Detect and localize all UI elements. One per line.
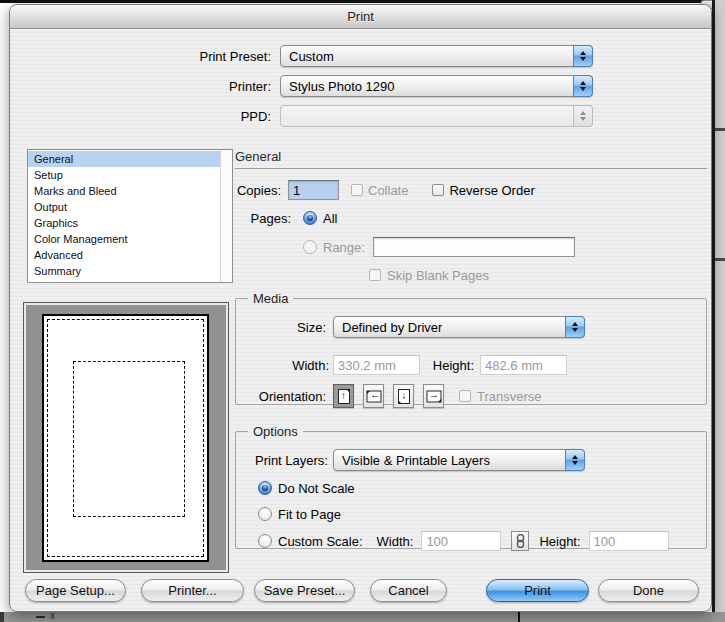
copies-row: Copies: Collate Reverse Order <box>235 179 707 201</box>
print-preset-row: Print Preset: Custom <box>10 45 711 67</box>
custom-width-input <box>421 531 501 551</box>
background-notch <box>0 612 4 622</box>
list-scrollbar[interactable] <box>220 150 232 282</box>
orientation-landscape-left-button[interactable]: ↑ <box>363 384 384 408</box>
options-group: Options Print Layers: Visible & Printabl… <box>235 424 707 549</box>
orientation-landscape-right-button[interactable]: ↑ <box>423 384 444 408</box>
sidebar-item-marks-and-bleed[interactable]: Marks and Bleed <box>28 183 220 199</box>
media-group: Media Size: Defined by Driver Width: Hei… <box>235 291 707 405</box>
skip-blank-pages-checkbox <box>369 269 381 281</box>
page-down-icon: ↑ <box>398 389 410 404</box>
background-document-strip: x <box>0 612 725 622</box>
transverse-checkbox <box>459 390 471 402</box>
orientation-label: Orientation: <box>236 389 333 404</box>
printer-row: Printer: Stylus Photo 1290 <box>10 75 711 97</box>
pages-range-radio <box>303 240 317 254</box>
media-height-input <box>480 355 567 375</box>
printer-value: Stylus Photo 1290 <box>281 79 395 94</box>
preview-document-rect <box>73 361 185 517</box>
size-popup[interactable]: Defined by Driver <box>333 316 585 338</box>
dialog-footer: Page Setup... Printer... Save Preset... … <box>10 579 713 605</box>
popup-stepper-icon <box>565 449 585 471</box>
sidebar-item-advanced[interactable]: Advanced <box>28 247 220 263</box>
page-left-icon: ↑ <box>366 390 381 402</box>
do-not-scale-radio[interactable] <box>258 481 272 495</box>
pages-all-label: All <box>323 211 337 226</box>
custom-height-input <box>589 531 669 551</box>
orientation-portrait-button[interactable]: ↑ <box>333 384 354 408</box>
media-group-title: Media <box>248 291 293 306</box>
ppd-row: PPD: <box>10 105 711 127</box>
media-width-label: Width: <box>236 358 333 373</box>
print-layers-row: Print Layers: Visible & Printable Layers <box>236 449 706 471</box>
custom-scale-row: Custom Scale: Width: Height: <box>236 530 706 552</box>
ppd-label: PPD: <box>10 109 280 124</box>
print-preset-value: Custom <box>281 49 334 64</box>
copies-label: Copies: <box>235 183 281 198</box>
media-size-row: Size: Defined by Driver <box>236 316 706 338</box>
fit-to-page-row: Fit to Page <box>236 505 706 523</box>
skip-blank-row: Skip Blank Pages <box>235 267 707 283</box>
pages-label: Pages: <box>235 211 291 226</box>
printer-popup[interactable]: Stylus Photo 1290 <box>280 75 593 97</box>
transverse-label: Transverse <box>477 389 542 404</box>
page-right-icon: ↑ <box>426 390 441 402</box>
range-row: Range: <box>235 236 707 258</box>
popup-stepper-icon <box>573 45 593 67</box>
fit-to-page-label: Fit to Page <box>278 507 341 522</box>
page-up-icon: ↑ <box>338 389 350 404</box>
printer-label: Printer: <box>10 79 280 94</box>
page-preview <box>23 302 229 573</box>
palette-divider <box>715 258 725 261</box>
size-value: Defined by Driver <box>334 320 442 335</box>
printer-button[interactable]: Printer... <box>141 579 244 602</box>
collate-checkbox <box>351 184 363 196</box>
skip-blank-pages-label: Skip Blank Pages <box>387 268 489 283</box>
sidebar-item-setup[interactable]: Setup <box>28 167 220 183</box>
media-width-input <box>333 355 420 375</box>
orientation-row: Orientation: ↑ ↑ ↑ ↑ Transverse <box>236 385 706 407</box>
copies-input[interactable] <box>288 180 339 200</box>
reverse-order-label: Reverse Order <box>449 183 534 198</box>
preset-form: Print Preset: Custom Printer: Stylus Pho… <box>10 45 711 135</box>
media-height-label: Height: <box>424 358 480 373</box>
options-group-title: Options <box>248 424 303 439</box>
cancel-button[interactable]: Cancel <box>370 579 447 602</box>
pages-all-radio[interactable] <box>303 211 317 225</box>
sidebar-item-graphics[interactable]: Graphics <box>28 215 220 231</box>
print-dialog: Print Print Preset: Custom Printer: Styl… <box>9 4 712 612</box>
chain-link-icon <box>516 534 525 548</box>
popup-stepper-icon <box>573 75 593 97</box>
save-preset-button[interactable]: Save Preset... <box>254 579 355 602</box>
do-not-scale-row: Do Not Scale <box>236 479 706 497</box>
custom-scale-radio[interactable] <box>258 534 272 548</box>
screen: x Print Print Preset: Custom Printer: St… <box>0 0 725 622</box>
print-preset-popup[interactable]: Custom <box>280 45 593 67</box>
page-setup-button[interactable]: Page Setup... <box>25 579 126 602</box>
range-input[interactable] <box>373 237 575 257</box>
sidebar-item-general[interactable]: General <box>28 151 220 167</box>
dialog-title: Print <box>347 9 374 24</box>
dialog-titlebar[interactable]: Print <box>10 5 711 29</box>
fit-to-page-radio[interactable] <box>258 507 272 521</box>
general-panel: General Copies: Collate Reverse Order Pa… <box>235 149 707 283</box>
panel-divider <box>235 168 707 169</box>
print-layers-value: Visible & Printable Layers <box>334 453 490 468</box>
done-button[interactable]: Done <box>598 579 699 602</box>
sidebar-item-color-management[interactable]: Color Management <box>28 231 220 247</box>
orientation-portrait-reverse-button[interactable]: ↑ <box>393 384 414 408</box>
palette-divider <box>715 128 725 131</box>
panel-title: General <box>235 149 707 164</box>
print-button[interactable]: Print <box>486 579 589 602</box>
popup-stepper-icon <box>573 105 593 127</box>
print-layers-popup[interactable]: Visible & Printable Layers <box>333 449 585 471</box>
background-dash-mark <box>36 616 45 618</box>
background-window-edge <box>0 0 712 3</box>
preview-paper <box>42 314 209 562</box>
sidebar-item-summary[interactable]: Summary <box>28 263 220 279</box>
constrain-proportions-button[interactable] <box>511 531 529 551</box>
popup-stepper-icon <box>565 316 585 338</box>
reverse-order-checkbox[interactable] <box>432 184 444 196</box>
print-preset-label: Print Preset: <box>10 49 280 64</box>
sidebar-item-output[interactable]: Output <box>28 199 220 215</box>
